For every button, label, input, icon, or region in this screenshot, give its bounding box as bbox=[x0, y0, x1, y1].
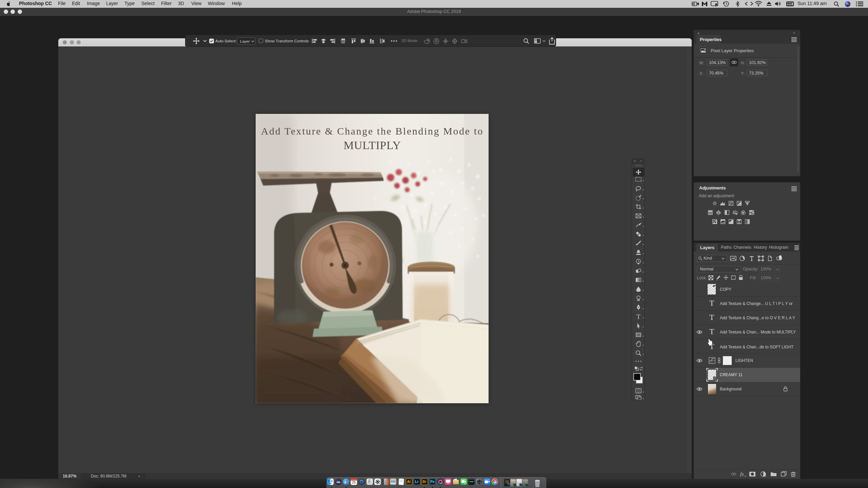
svg-text:T: T bbox=[636, 313, 640, 320]
svg-text:fx: fx bbox=[740, 471, 744, 477]
